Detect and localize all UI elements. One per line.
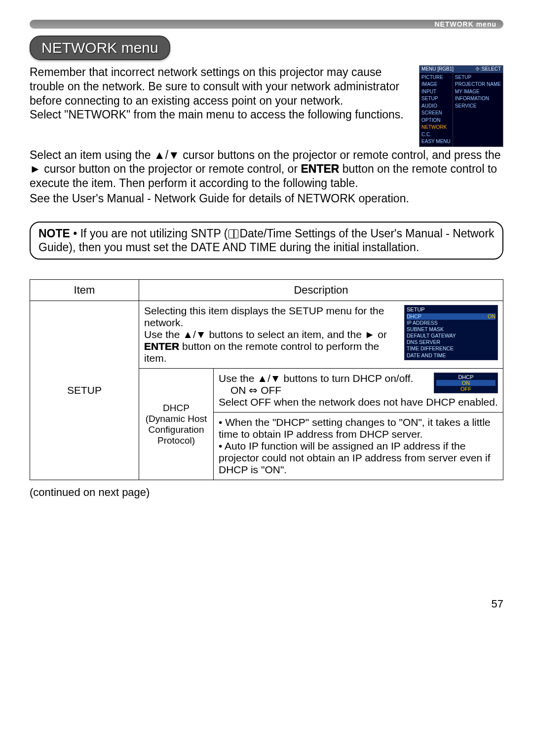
osd-left-item: C.C.	[421, 131, 451, 139]
osd-right-item: PROJECTOR NAME	[455, 81, 501, 88]
intro-paragraph-1: Remember that incorrect network settings…	[30, 65, 412, 108]
note-text-a: • If you are not utilizing SNTP (	[70, 227, 228, 240]
setup-desc-cell: SETUP DHCPON IP ADDRESS SUBNET MASK DEFA…	[139, 301, 503, 369]
setup-item-cell: SETUP	[30, 301, 139, 480]
dhcp-osd-option: OFF	[436, 386, 495, 392]
enter-label: ENTER	[301, 162, 339, 175]
dhcp-subitem-cell: DHCP (Dynamic Host Configuration Protoco…	[139, 369, 214, 480]
setup-desc-a: Selecting this item displays the SETUP m…	[144, 305, 384, 328]
osd-right-item: MY IMAGE	[455, 88, 501, 96]
osd-left-column: PICTURE IMAGE INPUT SETUP AUDIO SCREEN O…	[419, 73, 453, 147]
top-bar: NETWORK menu	[30, 20, 503, 29]
note-box: NOTE • If you are not utilizing SNTP (Da…	[30, 222, 503, 260]
table-head-item: Item	[30, 280, 139, 301]
osd-left-item: PICTURE	[421, 74, 451, 81]
table-head-desc: Description	[139, 280, 503, 301]
note-label: NOTE	[38, 227, 70, 240]
enter-label-2: ENTER	[144, 340, 179, 352]
dhcp-osd-title: DHCP	[436, 374, 495, 380]
osd-left-item: SCREEN	[421, 110, 451, 117]
setup-osd-item: DATE AND TIME	[407, 352, 446, 359]
osd-right-item: SETUP	[455, 74, 501, 81]
page-heading: NETWORK menu	[30, 36, 170, 60]
osd-left-item: AUDIO	[421, 103, 451, 110]
osd-left-item-highlight: NETWORK	[421, 124, 451, 131]
osd-head-right: ⯑:SELECT	[475, 66, 501, 73]
osd-right-item: INFORMATION	[455, 95, 501, 103]
dhcp-osd-option: ON	[436, 380, 495, 386]
intro-paragraph-2: Select "NETWORK" from the main menu to a…	[30, 108, 412, 122]
setup-osd-item: IP ADDRESS	[407, 320, 438, 326]
dhcp-label-2: (Dynamic Host Configuration Protocol)	[144, 414, 208, 446]
osd-left-item: INPUT	[421, 88, 451, 96]
osd-left-item: EASY MENU	[421, 138, 451, 146]
osd-left-item: OPTION	[421, 117, 451, 124]
setup-osd-title: SETUP	[407, 306, 495, 313]
top-bar-title: NETWORK menu	[434, 20, 496, 28]
setup-osd-item: DNS SERVER	[407, 339, 440, 345]
osd-right-item: SERVICE	[455, 103, 501, 110]
dhcp-row2-text: • When the "DHCP" setting changes to "ON…	[219, 416, 498, 476]
dhcp-label-1: DHCP	[144, 403, 208, 414]
setup-osd-item: SUBNET MASK	[407, 326, 444, 333]
osd-right-column: SETUP PROJECTOR NAME MY IMAGE INFORMATIO…	[453, 73, 503, 147]
dhcp-row1-cell: DHCP ON OFF Use the ▲/▼ buttons to turn …	[214, 369, 503, 413]
setup-osd-item: TIME DIFFERENCE	[407, 345, 454, 352]
continued-text: (continued on next page)	[30, 486, 503, 499]
description-table: Item Description SETUP SETUP DHCPON IP A…	[30, 279, 503, 480]
book-icon	[228, 229, 238, 238]
main-menu-osd: MENU [RGB1] ⯑:SELECT PICTURE IMAGE INPUT…	[419, 65, 503, 147]
setup-desc-c: button on the remote control to perform …	[144, 340, 379, 364]
osd-left-item: SETUP	[421, 95, 451, 103]
osd-left-item: IMAGE	[421, 81, 451, 88]
setup-osd-value: ON	[488, 313, 495, 320]
osd-head-left: MENU [RGB1]	[421, 66, 454, 73]
dhcp-row1-c: Select OFF when the network does not hav…	[219, 396, 498, 408]
page-number: 57	[30, 598, 503, 610]
setup-osd: SETUP DHCPON IP ADDRESS SUBNET MASK DEFA…	[404, 305, 498, 360]
body-p2: See the User's Manual - Network Guide fo…	[30, 191, 503, 206]
dhcp-row2-cell: • When the "DHCP" setting changes to "ON…	[214, 413, 503, 480]
setup-desc-b: Use the ▲/▼ buttons to select an item, a…	[144, 329, 387, 340]
setup-osd-item: DHCP	[407, 313, 421, 320]
dhcp-osd: DHCP ON OFF	[434, 373, 498, 393]
setup-osd-item: DEFAULT GATEWAY	[407, 333, 456, 339]
